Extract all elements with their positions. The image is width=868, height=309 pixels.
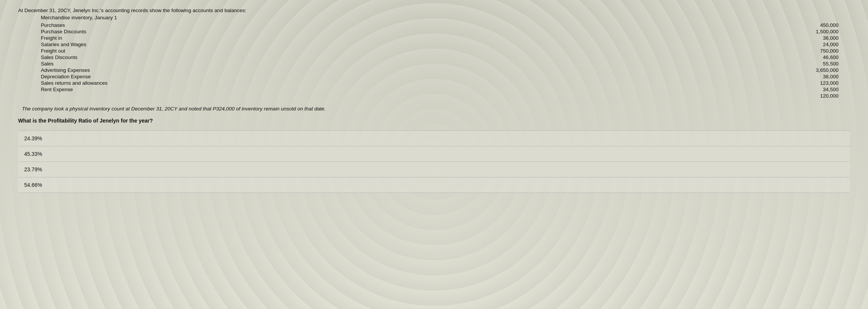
account-value: 3,650,000 xyxy=(517,67,850,73)
account-name: Advertising Expenses xyxy=(18,67,517,73)
account-name: Depreciation Expense xyxy=(18,73,517,80)
main-content: At December 31, 20CY, Jenelyn Inc.'s acc… xyxy=(18,8,850,193)
account-name: Freight in xyxy=(18,35,517,41)
answer-options: 24.39%45.33%23.79%54.66% xyxy=(18,130,850,193)
account-value: 1,500,000 xyxy=(517,28,850,35)
table-row: 120,000 xyxy=(18,93,850,99)
account-name: Sales Discounts xyxy=(18,54,517,61)
table-row: Freight out750,000 xyxy=(18,48,850,54)
answer-option-4[interactable]: 54.66% xyxy=(18,177,850,193)
account-name: Salaries and Wages xyxy=(18,41,517,48)
table-row: Salaries and Wages24,000 xyxy=(18,41,850,48)
account-value: 24,000 xyxy=(517,41,850,48)
table-row: Advertising Expenses3,650,000 xyxy=(18,67,850,73)
table-row: Purchase Discounts1,500,000 xyxy=(18,28,850,35)
answer-option-2[interactable]: 45.33% xyxy=(18,146,850,162)
intro-line1: At December 31, 20CY, Jenelyn Inc.'s acc… xyxy=(18,8,850,13)
account-name: Purchases xyxy=(18,22,517,28)
account-value: 123,000 xyxy=(517,80,850,86)
intro-line2: Merchandise inventory, January 1 xyxy=(18,15,850,20)
account-value: 38,000 xyxy=(517,73,850,80)
account-value: 450,000 xyxy=(517,22,850,28)
account-name: Sales returns and allowances xyxy=(18,80,517,86)
table-row: Freight in36,000 xyxy=(18,35,850,41)
account-name: Freight out xyxy=(18,48,517,54)
note-text: The company took a physical inventory co… xyxy=(18,106,850,112)
account-value: 120,000 xyxy=(517,93,850,99)
account-value: 36,000 xyxy=(517,35,850,41)
account-value: 34,500 xyxy=(517,86,850,93)
table-row: Rent Expense34,500 xyxy=(18,86,850,93)
account-value: 55,500 xyxy=(517,61,850,67)
account-name: Sales xyxy=(18,61,517,67)
account-name: Rent Expense xyxy=(18,86,517,93)
answer-option-1[interactable]: 24.39% xyxy=(18,130,850,146)
accounts-table: Purchases450,000Purchase Discounts1,500,… xyxy=(18,22,850,99)
account-value: 750,000 xyxy=(517,48,850,54)
table-row: Sales Discounts46,600 xyxy=(18,54,850,61)
answer-option-3[interactable]: 23.79% xyxy=(18,162,850,177)
table-row: Purchases450,000 xyxy=(18,22,850,28)
account-value: 46,600 xyxy=(517,54,850,61)
table-row: Depreciation Expense38,000 xyxy=(18,73,850,80)
account-name: Purchase Discounts xyxy=(18,28,517,35)
question-text: What is the Profitability Ratio of Jenel… xyxy=(18,118,850,124)
table-row: Sales55,500 xyxy=(18,61,850,67)
table-row: Sales returns and allowances123,000 xyxy=(18,80,850,86)
account-name xyxy=(18,93,517,99)
